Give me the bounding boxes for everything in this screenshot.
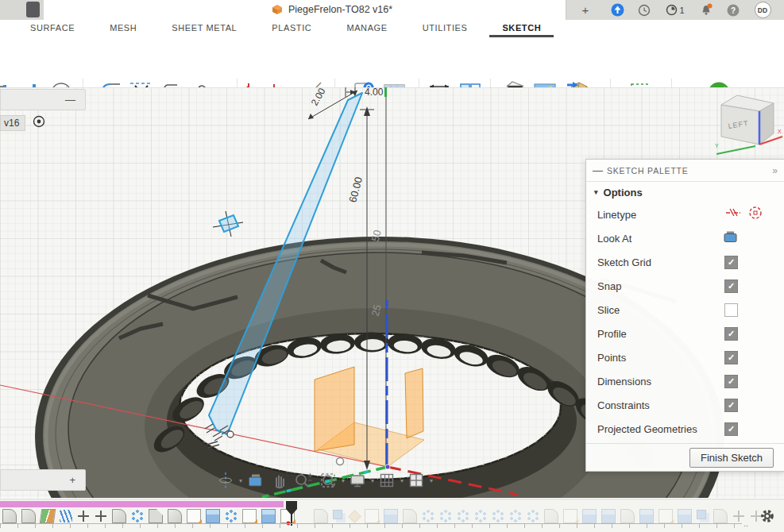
timeline-feature-sketch[interactable] — [187, 509, 201, 523]
browser-doc-node[interactable]: v16 — [0, 114, 45, 132]
timeline-feature-pattern[interactable] — [131, 510, 144, 522]
profile-checkbox[interactable]: ✓ — [724, 327, 738, 341]
timeline-group-highlight[interactable] — [0, 501, 284, 507]
timeline-settings-gear-icon[interactable] — [759, 508, 775, 524]
tab-surface[interactable]: SURFACE — [13, 23, 92, 37]
grid-settings-dropdown-caret[interactable]: ▾ — [400, 477, 404, 484]
viewports-icon[interactable] — [405, 472, 427, 489]
timeline-feature-mirror[interactable] — [40, 509, 56, 523]
timeline-feature-sketch[interactable] — [563, 509, 577, 523]
orbit-icon[interactable] — [214, 472, 237, 489]
document-tab[interactable]: PiegeFrelon-TO82 v16* × — [44, 0, 566, 20]
timeline-feature-fillet[interactable] — [403, 509, 417, 523]
avatar[interactable]: DD — [751, 0, 774, 20]
browser-expand-bar[interactable]: + — [0, 469, 86, 491]
app-menu[interactable] — [0, 0, 44, 20]
timeline-feature-fillet[interactable] — [112, 509, 126, 523]
palette-header[interactable]: — SKETCH PALETTE » — [586, 160, 784, 182]
timeline-feature-combine[interactable] — [697, 510, 706, 519]
timeline-feature-fillet[interactable] — [713, 509, 728, 523]
timeline-feature-extrude[interactable] — [384, 509, 398, 523]
tab-plastic[interactable]: PLASTIC — [254, 23, 329, 37]
palette-expand-icon[interactable]: » — [772, 165, 778, 176]
look-at-icon[interactable] — [723, 230, 738, 246]
display-settings-dropdown-caret[interactable]: ▾ — [371, 477, 374, 484]
orbit-dropdown-caret[interactable]: ▾ — [239, 477, 242, 484]
grid-settings-icon[interactable] — [376, 472, 398, 489]
timeline-feature-pattern[interactable] — [422, 510, 434, 522]
timeline-feature-coil[interactable] — [60, 510, 72, 522]
centerline-linetype-icon[interactable] — [725, 206, 741, 223]
tab-sheet-metal[interactable]: SHEET METAL — [154, 23, 254, 37]
pan-icon[interactable] — [268, 472, 290, 489]
timeline-feature-fillet[interactable] — [620, 509, 635, 523]
timeline-feature-pattern[interactable] — [225, 510, 238, 522]
dimensions-checkbox[interactable]: ✓ — [724, 375, 738, 388]
fit-icon[interactable] — [317, 472, 339, 489]
timeline-feature-pattern[interactable] — [527, 510, 539, 522]
timeline-feature-pattern[interactable] — [457, 510, 469, 522]
constraints-checkbox[interactable]: ✓ — [724, 399, 738, 412]
section-collapse-icon[interactable]: ▾ — [594, 188, 598, 196]
timeline-feature-fillet[interactable] — [21, 509, 36, 523]
timeline-feature-sketch[interactable] — [365, 509, 379, 523]
new-tab-button[interactable]: + — [576, 0, 595, 20]
timeline-feature-fillet[interactable] — [2, 509, 17, 523]
construction-linetype-icon[interactable] — [747, 206, 763, 223]
timeline-feature-move[interactable] — [77, 510, 90, 522]
timeline-feature-sketch[interactable] — [658, 509, 673, 523]
projected-geometries-checkbox[interactable]: ✓ — [724, 422, 738, 436]
tab-manage[interactable]: MANAGE — [329, 23, 404, 37]
help-icon[interactable]: ? — [724, 0, 743, 20]
browser-collapse-bar[interactable]: — — [0, 89, 86, 110]
slice-checkbox[interactable] — [724, 303, 738, 317]
timeline-feature-sketch[interactable] — [242, 509, 257, 523]
visibility-radio-icon[interactable] — [33, 115, 45, 131]
timeline-feature-move[interactable] — [95, 510, 107, 522]
timeline-feature-chamfer[interactable] — [149, 509, 163, 523]
tab-utilities[interactable]: UTILITIES — [405, 23, 485, 37]
palette-options-section[interactable]: ▾ Options — [586, 182, 784, 202]
palette-row-slice: Slice — [586, 298, 784, 322]
timeline-feature-fillet[interactable] — [314, 509, 328, 523]
extensions-icon[interactable] — [608, 0, 627, 20]
timeline-feature-fillet[interactable] — [544, 509, 558, 523]
tab-mesh[interactable]: MESH — [92, 23, 154, 37]
fit-dropdown-caret[interactable]: ▾ — [342, 477, 345, 484]
timeline-ruler[interactable] — [0, 523, 742, 528]
viewports-dropdown-caret[interactable]: ▾ — [430, 477, 433, 484]
timeline-feature-fillet[interactable] — [168, 509, 182, 523]
expand-icon[interactable]: + — [69, 474, 75, 486]
timeline-feature-primitive[interactable] — [348, 510, 361, 523]
tab-sketch[interactable]: SKETCH — [485, 23, 558, 37]
display-settings-icon[interactable] — [346, 472, 369, 489]
timeline-feature-pattern[interactable] — [439, 510, 452, 522]
timeline-feature-pattern[interactable] — [509, 510, 522, 522]
history-icon[interactable] — [635, 0, 654, 20]
palette-minimize-icon[interactable]: — — [593, 164, 607, 176]
timeline-feature-extrude[interactable] — [601, 509, 616, 523]
sketch-grid-checkbox[interactable]: ✓ — [724, 256, 738, 269]
collapse-icon[interactable]: — — [65, 94, 75, 106]
finish-sketch-button[interactable]: Finish Sketch — [689, 448, 774, 468]
axis-handle[interactable] — [337, 458, 344, 465]
notifications-bell-icon[interactable] — [697, 0, 716, 20]
svg-text:?: ? — [731, 6, 736, 14]
viewport-canvas[interactable]: 60.00 50 25 2.00 4.00 — [0, 87, 784, 498]
timeline-feature-extrude[interactable] — [261, 509, 276, 523]
origin-point[interactable] — [385, 465, 390, 469]
timeline-feature-extrude[interactable] — [639, 509, 654, 523]
timeline-feature-pattern[interactable] — [474, 510, 487, 522]
timeline-feature-pattern[interactable] — [492, 510, 504, 522]
snap-checkbox[interactable]: ✓ — [724, 279, 738, 293]
palette-row-dimensions: Dimensions✓ — [586, 369, 784, 393]
zoom-icon[interactable] — [292, 472, 315, 489]
look-at-icon[interactable] — [244, 472, 266, 489]
points-checkbox[interactable]: ✓ — [724, 351, 738, 364]
timeline-feature-extrude[interactable] — [206, 509, 220, 523]
timeline-feature-extrude[interactable] — [582, 509, 597, 523]
timeline-feature-combine[interactable] — [333, 510, 342, 519]
timeline-feature-extrude[interactable] — [678, 509, 692, 523]
job-status[interactable]: 1 — [660, 0, 690, 20]
svg-text:Y: Y — [715, 143, 719, 148]
